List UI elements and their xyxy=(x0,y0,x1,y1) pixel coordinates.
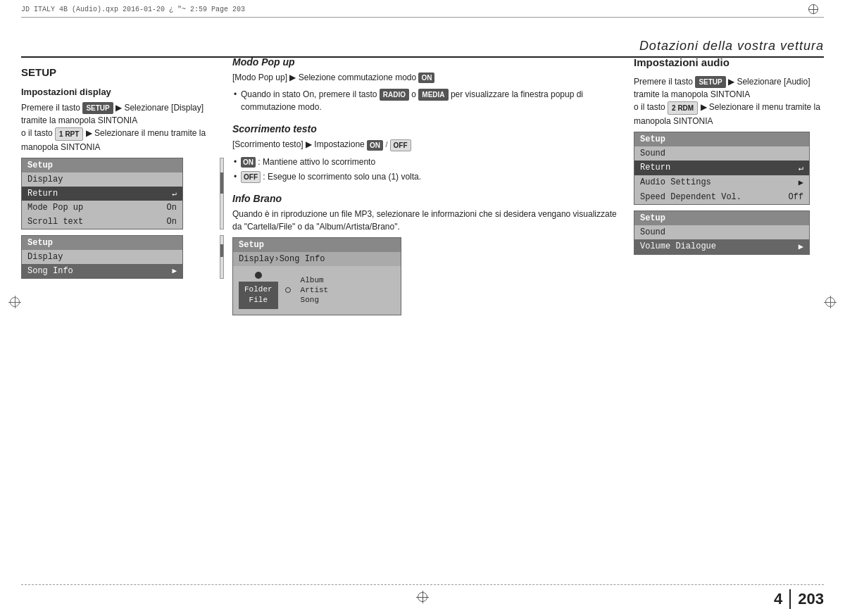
rmb-label: Speed Dependent Vol. xyxy=(640,192,741,202)
print-header-text: JD ITALY 4B (Audio).qxp 2016-01-20 ¿ "~ … xyxy=(21,6,245,13)
folder-label: Folder xyxy=(244,284,273,295)
scroll-on-badge-2: ON xyxy=(241,157,256,168)
menu-row-return-1[interactable]: Return ↵ xyxy=(22,187,182,201)
crosshair-bottom xyxy=(416,591,429,603)
display-subheading: Impostazioni display xyxy=(21,87,218,97)
scroll-off-badge: OFF xyxy=(390,139,411,151)
si-folder-file[interactable]: Folder File xyxy=(239,282,278,309)
display-body: Premere il tasto SETUP ▶ Selezionare [Di… xyxy=(21,101,218,153)
right-column: Impostazioni audio Premere il tasto SETU… xyxy=(634,56,824,574)
left-column: SETUP Impostazioni display Premere il ta… xyxy=(21,56,218,574)
crosshair-left xyxy=(8,296,21,308)
si-circle-icon xyxy=(285,287,291,293)
menu-label: Display xyxy=(27,175,63,184)
scorrimento-heading: Scorrimento testo xyxy=(232,123,620,134)
rmb-row-setup-2: Setup xyxy=(634,211,809,225)
main-content: SETUP Impostazioni display Premere il ta… xyxy=(21,56,824,574)
body-text-1: Premere il tasto xyxy=(21,103,80,113)
rmb-row-sound-2: Sound xyxy=(634,225,809,239)
rmb-row-audiosettings[interactable]: Audio Settings ▶ xyxy=(634,175,809,190)
menu-label: Setup xyxy=(27,238,53,248)
scorrimento-bullet2: OFF : Esegue lo scorrimento solo una (1)… xyxy=(241,170,620,183)
mode-on-badge: ON xyxy=(418,73,434,83)
folder-radio[interactable] xyxy=(255,272,262,279)
page-title-bar: Dotazioni della vostra vettura xyxy=(21,39,824,58)
menu-row-setup-2: Setup xyxy=(22,236,182,250)
rmb-label: Return xyxy=(640,163,670,172)
rmb-value: Off xyxy=(788,192,803,202)
rmb-row-volumedialogue[interactable]: Volume Dialogue ▶ xyxy=(634,239,809,254)
rmb-label: Sound xyxy=(640,227,665,237)
display-menu-box: Setup Display Return ↵ Mode Pop up On Sc… xyxy=(21,158,218,230)
menu-value: On xyxy=(167,203,177,213)
menu-label: Scroll text xyxy=(27,217,83,227)
menu-label: Display xyxy=(27,252,63,262)
rmb-label: Volume Dialogue xyxy=(640,241,716,251)
rmb-label: Setup xyxy=(640,134,665,144)
modopoup-heading: Modo Pop up xyxy=(232,56,620,68)
menu-value: On xyxy=(167,217,177,227)
album-option[interactable]: Album xyxy=(301,276,329,284)
song-info-menu-box: Setup Display Song Info ▶ xyxy=(21,235,218,279)
rmb-row-setup: Setup xyxy=(634,132,809,146)
scroll-off-badge-2: OFF xyxy=(241,171,261,183)
scroll-thumb-2 xyxy=(220,244,223,257)
scrollbar-1[interactable] xyxy=(220,158,224,230)
return-arrow: ↵ xyxy=(172,189,177,198)
menu-row-songinfo[interactable]: Song Info ▶ xyxy=(22,264,182,278)
modopoup-bullet1: Quando in stato On, premere il tasto RAD… xyxy=(241,88,620,113)
menu-label: Setup xyxy=(27,161,53,170)
scorrimento-body: [Scorrimento testo] ▶ Impostazione ON / … xyxy=(232,138,620,151)
song-option[interactable]: Song xyxy=(301,296,329,304)
rmb-arrow: ▶ xyxy=(799,177,803,188)
page-number-container: 4 203 xyxy=(774,589,824,609)
audio-body: Premere il tasto SETUP ▶ Selezionare [Au… xyxy=(634,75,824,127)
2rdm-badge: 2 RDM xyxy=(668,101,698,115)
scroll-on-badge: ON xyxy=(367,140,383,151)
rmb-label: Audio Settings xyxy=(640,177,711,187)
mid-column: Modo Pop up [Modo Pop up] ▶ Selezione co… xyxy=(232,56,620,574)
menu-label: Return xyxy=(27,189,58,199)
setup-badge-right: SETUP xyxy=(695,76,725,88)
si-content: Folder File Album Artist Song xyxy=(233,266,401,315)
modopoup-body: [Modo Pop up] ▶ Selezione commutazione m… xyxy=(232,71,620,84)
si-right-options: Album Artist Song xyxy=(301,276,329,304)
setup-badge-left: SETUP xyxy=(82,102,113,114)
rmb-row-speeddepvol[interactable]: Speed Dependent Vol. Off xyxy=(634,190,809,204)
menu-label: Song Info xyxy=(27,266,73,276)
crosshair-right xyxy=(824,296,837,308)
rmb-row-return[interactable]: Return ↵ xyxy=(634,161,809,175)
rmb-label: Setup xyxy=(640,213,665,223)
modopoup-text1: [Modo Pop up] ▶ Selezione commutazione m… xyxy=(232,73,418,82)
audio-heading: Impostazioni audio xyxy=(634,56,824,68)
si-subheader: Display›Song Info xyxy=(233,252,401,266)
song-info-display-box: Setup Display›Song Info Folder File Albu… xyxy=(232,237,401,315)
menu-label: Mode Pop up xyxy=(27,203,83,213)
songinfo-arrow: ▶ xyxy=(172,266,177,275)
body-text-3: o il tasto xyxy=(21,128,53,138)
menu-box-1: Setup Display Return ↵ Mode Pop up On Sc… xyxy=(21,158,183,230)
menu-row-scrolltext[interactable]: Scroll text On xyxy=(22,215,182,229)
print-header: JD ITALY 4B (Audio).qxp 2016-01-20 ¿ "~ … xyxy=(21,4,824,18)
page-title: Dotazioni della vostra vettura xyxy=(639,39,824,53)
crosshair-top-right xyxy=(808,4,818,14)
audio-body-1: Premere il tasto xyxy=(634,77,693,87)
1rpt-badge: 1 RPT xyxy=(55,127,83,141)
rmb-label: Sound xyxy=(640,149,665,158)
artist-option[interactable]: Artist xyxy=(301,286,329,294)
rmb-row-sound: Sound xyxy=(634,146,809,161)
footer-divider xyxy=(789,589,791,609)
menu-row-display-1: Display xyxy=(22,172,182,187)
rmb-arrow: ↵ xyxy=(799,163,803,173)
audio-menu-box-2: Setup Sound Volume Dialogue ▶ xyxy=(634,210,810,255)
infobrano-body: Quando è in riproduzione un file MP3, se… xyxy=(232,208,620,233)
menu-row-modepopup[interactable]: Mode Pop up On xyxy=(22,201,182,215)
scrollbar-2[interactable] xyxy=(220,235,224,279)
scroll-thumb-1 xyxy=(220,172,223,194)
audio-body-3: o il tasto xyxy=(634,102,665,112)
si-left-options: Folder File xyxy=(239,272,278,309)
radio-badge: RADIO xyxy=(380,89,409,101)
infobrano-heading: Info Brano xyxy=(232,193,620,204)
rmb-arrow: ▶ xyxy=(799,241,803,252)
crosshair-bottom-circle xyxy=(418,592,427,602)
